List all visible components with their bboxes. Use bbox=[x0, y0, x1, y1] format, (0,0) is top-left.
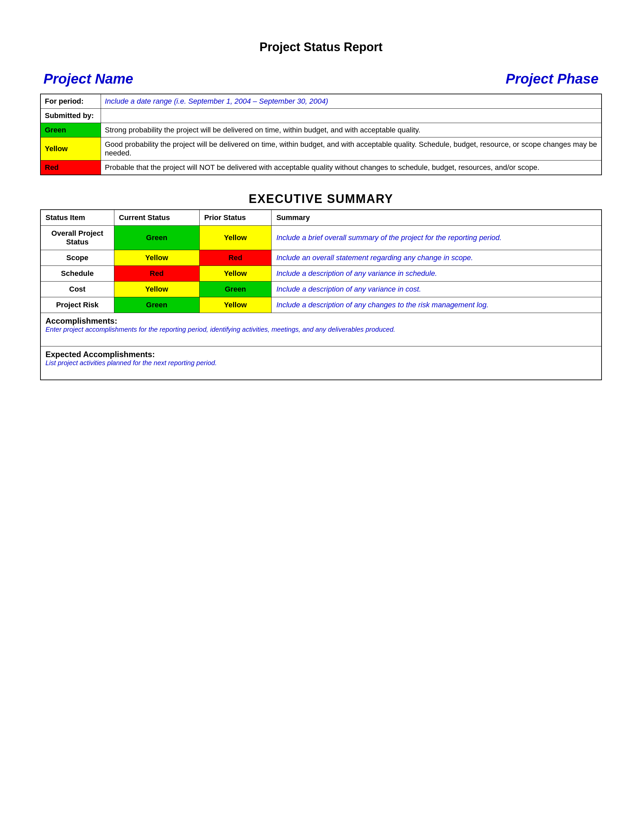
current-schedule: Red bbox=[114, 266, 199, 282]
header-row: Project Name Project Phase bbox=[40, 71, 602, 87]
info-table: For period: Include a date range (i.e. S… bbox=[40, 94, 602, 175]
accomplishments-label: Accomplishments: bbox=[45, 316, 597, 326]
summary-overall: Include a brief overall summary of the p… bbox=[271, 226, 601, 250]
executive-summary-table: Status Item Current Status Prior Status … bbox=[40, 209, 602, 380]
project-phase-label: Project Phase bbox=[506, 71, 598, 87]
legend-yellow-row: Yellow Good probability the project will… bbox=[41, 138, 601, 161]
for-period-label: For period: bbox=[41, 94, 101, 109]
item-schedule: Schedule bbox=[41, 266, 114, 282]
summary-scope: Include an overall statement regarding a… bbox=[271, 250, 601, 266]
item-cost: Cost bbox=[41, 282, 114, 297]
col-current-status: Current Status bbox=[114, 210, 199, 226]
submitted-by-value bbox=[101, 109, 601, 123]
expected-accomplishments-cell: Expected Accomplishments: List project a… bbox=[41, 346, 601, 380]
project-name-label: Project Name bbox=[44, 71, 133, 87]
page-title: Project Status Report bbox=[40, 40, 602, 54]
summary-schedule: Include a description of any variance in… bbox=[271, 266, 601, 282]
item-scope: Scope bbox=[41, 250, 114, 266]
current-overall: Green bbox=[114, 226, 199, 250]
legend-green-label: Green bbox=[41, 123, 101, 138]
col-status-item: Status Item bbox=[41, 210, 114, 226]
prior-schedule: Yellow bbox=[199, 266, 271, 282]
col-prior-status: Prior Status bbox=[199, 210, 271, 226]
legend-green-desc: Strong probability the project will be d… bbox=[101, 123, 601, 138]
item-risk: Project Risk bbox=[41, 297, 114, 313]
legend-yellow-desc: Good probability the project will be del… bbox=[101, 138, 601, 161]
legend-green-row: Green Strong probability the project wil… bbox=[41, 123, 601, 138]
for-period-row: For period: Include a date range (i.e. S… bbox=[41, 94, 601, 109]
prior-overall: Yellow bbox=[199, 226, 271, 250]
for-period-value: Include a date range (i.e. September 1, … bbox=[101, 94, 601, 109]
expected-label: Expected Accomplishments: bbox=[45, 350, 597, 359]
accomplishments-cell: Accomplishments: Enter project accomplis… bbox=[41, 313, 601, 346]
table-row: Scope Yellow Red Include an overall stat… bbox=[41, 250, 601, 266]
submitted-by-label: Submitted by: bbox=[41, 109, 101, 123]
table-row: Overall ProjectStatus Green Yellow Inclu… bbox=[41, 226, 601, 250]
exec-table-header: Status Item Current Status Prior Status … bbox=[41, 210, 601, 226]
expected-text: List project activities planned for the … bbox=[45, 359, 597, 367]
summary-risk: Include a description of any changes to … bbox=[271, 297, 601, 313]
col-summary: Summary bbox=[271, 210, 601, 226]
item-overall: Overall ProjectStatus bbox=[41, 226, 114, 250]
current-risk: Green bbox=[114, 297, 199, 313]
table-row: Project Risk Green Yellow Include a desc… bbox=[41, 297, 601, 313]
current-cost: Yellow bbox=[114, 282, 199, 297]
prior-scope: Red bbox=[199, 250, 271, 266]
legend-yellow-label: Yellow bbox=[41, 138, 101, 161]
expected-accomplishments-row: Expected Accomplishments: List project a… bbox=[41, 346, 601, 380]
current-scope: Yellow bbox=[114, 250, 199, 266]
prior-risk: Yellow bbox=[199, 297, 271, 313]
legend-red-label: Red bbox=[41, 161, 101, 175]
accomplishments-row: Accomplishments: Enter project accomplis… bbox=[41, 313, 601, 346]
accomplishments-text: Enter project accomplishments for the re… bbox=[45, 326, 597, 333]
executive-summary-title: EXECUTIVE SUMMARY bbox=[40, 192, 602, 206]
submitted-by-row: Submitted by: bbox=[41, 109, 601, 123]
prior-cost: Green bbox=[199, 282, 271, 297]
legend-red-desc: Probable that the project will NOT be de… bbox=[101, 161, 601, 175]
legend-red-row: Red Probable that the project will NOT b… bbox=[41, 161, 601, 175]
summary-cost: Include a description of any variance in… bbox=[271, 282, 601, 297]
table-row: Schedule Red Yellow Include a descriptio… bbox=[41, 266, 601, 282]
table-row: Cost Yellow Green Include a description … bbox=[41, 282, 601, 297]
